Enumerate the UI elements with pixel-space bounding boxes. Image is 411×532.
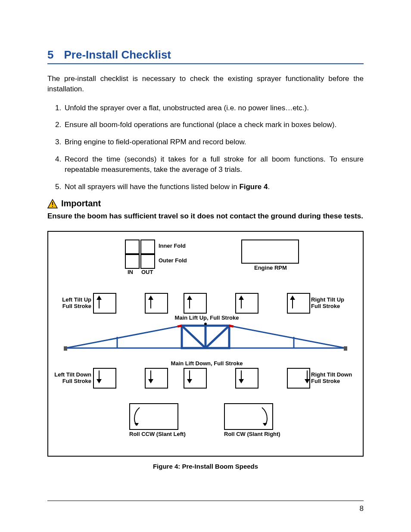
label-main-up: Main Lift Up, Full Stroke bbox=[175, 314, 239, 321]
important-text: Ensure the boom has sufficient travel so… bbox=[47, 211, 364, 221]
label-left-tilt-down: Left Tilt Down bbox=[54, 371, 91, 378]
svg-rect-1 bbox=[52, 202, 53, 205]
roll-cw-icon bbox=[259, 406, 269, 426]
figure-ref: Figure 4 bbox=[239, 183, 268, 191]
label-out: OUT bbox=[141, 269, 153, 275]
figure-frame: Inner Fold Outer Fold IN OUT Engine RPM … bbox=[47, 231, 364, 457]
list-item: Record the time (seconds) it takes for a… bbox=[55, 154, 364, 175]
label-roll-ccw: Roll CCW (Slant Left) bbox=[129, 431, 186, 437]
input-main-down-a[interactable] bbox=[145, 368, 168, 389]
input-main-down-b[interactable] bbox=[184, 368, 207, 389]
svg-rect-15 bbox=[64, 346, 67, 351]
section-heading: 5 Pre-Install Checklist bbox=[47, 48, 364, 64]
numbered-list: Unfold the sprayer over a flat, unobstru… bbox=[47, 103, 364, 192]
svg-point-17 bbox=[204, 323, 207, 325]
svg-line-4 bbox=[182, 326, 206, 348]
checkbox-outer-in[interactable] bbox=[125, 254, 140, 269]
important-label: Important bbox=[61, 199, 101, 208]
svg-rect-2 bbox=[52, 206, 53, 207]
list-item-text: Not all sprayers will have the functions… bbox=[65, 183, 239, 191]
list-item: Unfold the sprayer over a flat, unobstru… bbox=[55, 103, 364, 113]
section-title: Pre-Install Checklist bbox=[64, 48, 171, 62]
svg-marker-18 bbox=[134, 423, 139, 426]
label-left-tilt-up: Left Tilt Up bbox=[62, 296, 91, 303]
label-left-tilt-up-2: Full Stroke bbox=[62, 303, 91, 309]
list-item: Bring engine to field-operational RPM an… bbox=[55, 137, 364, 147]
svg-marker-19 bbox=[263, 423, 267, 426]
label-right-tilt-up-2: Full Stroke bbox=[311, 303, 340, 309]
checkbox-outer-out[interactable] bbox=[140, 254, 155, 269]
label-right-tilt-up: Right Tilt Up bbox=[311, 296, 344, 303]
warning-icon bbox=[47, 199, 58, 208]
roll-ccw-icon bbox=[133, 406, 142, 426]
svg-line-5 bbox=[206, 326, 229, 348]
label-engine-rpm: Engine RPM bbox=[254, 264, 287, 271]
input-left-tilt-down[interactable] bbox=[93, 368, 116, 389]
label-outer-fold: Outer Fold bbox=[159, 257, 187, 264]
list-item: Ensure all boom-fold operations are func… bbox=[55, 120, 364, 130]
svg-line-8 bbox=[229, 326, 234, 327]
label-left-tilt-down-2: Full Stroke bbox=[62, 378, 91, 384]
input-main-down-c[interactable] bbox=[235, 368, 258, 389]
label-main-down: Main Lift Down, Full Stroke bbox=[171, 360, 243, 367]
svg-line-12 bbox=[234, 327, 346, 348]
important-callout: Important bbox=[47, 199, 364, 208]
svg-rect-16 bbox=[344, 346, 347, 351]
section-number: 5 bbox=[47, 48, 53, 62]
label-right-tilt-down: Right Tilt Down bbox=[311, 371, 352, 378]
list-item-text: . bbox=[268, 183, 270, 191]
label-roll-cw: Roll CW (Slant Right) bbox=[224, 431, 280, 437]
checkbox-inner-out[interactable] bbox=[140, 240, 155, 254]
boom-diagram bbox=[48, 322, 363, 358]
checkbox-inner-in[interactable] bbox=[125, 240, 140, 254]
footer-rule bbox=[47, 501, 364, 501]
label-in: IN bbox=[128, 269, 133, 275]
label-inner-fold: Inner Fold bbox=[159, 243, 186, 249]
input-engine-rpm[interactable] bbox=[241, 240, 299, 264]
page-number: 8 bbox=[360, 504, 364, 513]
list-item: Not all sprayers will have the functions… bbox=[55, 182, 364, 192]
svg-line-10 bbox=[65, 327, 177, 348]
intro-paragraph: The pre-install checklist is necessary t… bbox=[47, 74, 364, 94]
svg-line-7 bbox=[177, 326, 182, 327]
label-right-tilt-down-2: Full Stroke bbox=[311, 378, 340, 384]
figure-caption: Figure 4: Pre-Install Boom Speeds bbox=[47, 463, 364, 470]
